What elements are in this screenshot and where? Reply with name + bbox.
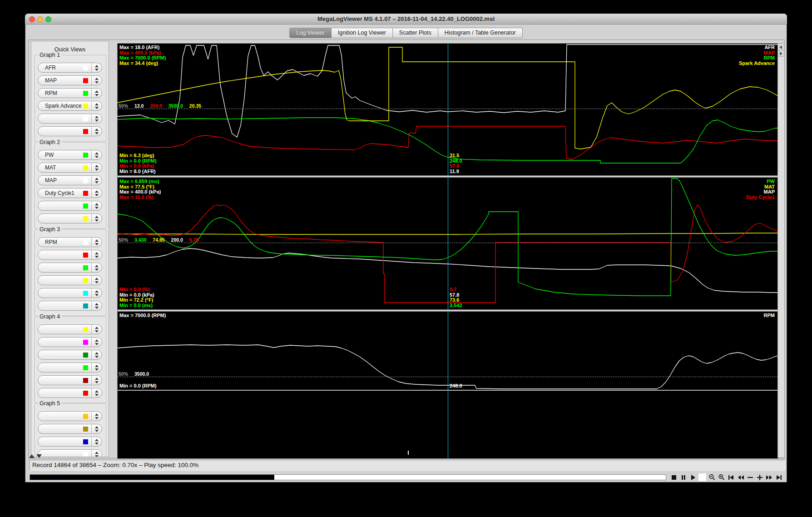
channel-combo-g2-3[interactable]: MAP [38, 175, 102, 185]
sidebar-scroll-up-icon[interactable] [29, 454, 35, 458]
chart-scrollbar[interactable] [777, 43, 785, 458]
combo-stepper[interactable] [91, 363, 102, 372]
combo-stepper[interactable] [91, 263, 102, 272]
channel-combo-g3-2[interactable] [38, 250, 102, 260]
stepper-up-icon [95, 152, 99, 154]
cursor-values: 31.5248.057.811.9 [450, 153, 462, 174]
tab-histogram-table-generator[interactable]: Histogram / Table Generator [438, 28, 523, 38]
channel-combo-g3-4[interactable] [38, 275, 102, 285]
combo-stepper[interactable] [91, 76, 102, 85]
channel-combo-g3-5[interactable] [38, 288, 102, 298]
channel-combo-g3-6[interactable] [38, 301, 102, 311]
combo-stepper[interactable] [91, 325, 102, 334]
channel-combo-g2-5[interactable] [38, 201, 102, 211]
combo-stepper[interactable] [91, 238, 102, 247]
playback-scrubber[interactable] [30, 474, 666, 480]
scroll-left-button[interactable] [778, 44, 784, 50]
combo-stepper[interactable] [91, 163, 102, 172]
stepper-down-icon [95, 181, 99, 184]
channel-combo-g4-2[interactable] [38, 337, 102, 347]
channel-combo-g3-1[interactable]: RPM [38, 237, 102, 247]
combo-stepper[interactable] [91, 338, 102, 347]
combo-stepper[interactable] [91, 301, 102, 310]
channel-combo-g1-3[interactable]: RPM [38, 88, 102, 98]
tab-ignition-log-viewer[interactable]: Ignition Log Viewer [332, 28, 393, 38]
tab-scatter-plots[interactable]: Scatter Plots [393, 28, 438, 38]
pause-button[interactable] [679, 473, 688, 482]
channel-combo-label: AFR [45, 63, 56, 72]
stepper-down-icon [95, 294, 99, 296]
combo-stepper[interactable] [91, 276, 102, 285]
combo-stepper[interactable] [91, 437, 102, 446]
channel-color-swatch [83, 327, 88, 332]
combo-stepper[interactable] [91, 189, 102, 198]
combo-stepper[interactable] [91, 376, 102, 385]
zoom-window-icon[interactable] [45, 16, 51, 22]
channel-combo-g5-1[interactable] [38, 411, 102, 421]
channel-color-swatch [83, 365, 88, 370]
channel-combo-g4-1[interactable] [38, 324, 102, 334]
channel-combo-g4-5[interactable] [38, 375, 102, 385]
min-labels-row: Min = 8.0 (AFR) [119, 169, 157, 174]
combo-stepper[interactable] [91, 214, 102, 223]
play-button[interactable] [688, 473, 697, 482]
stepper-up-icon [95, 290, 99, 293]
combo-stepper[interactable] [91, 450, 102, 457]
channel-combo-g1-5[interactable] [38, 114, 102, 124]
channel-color-swatch [83, 65, 88, 70]
combo-stepper[interactable] [91, 201, 102, 210]
channel-combo-g4-6[interactable] [38, 388, 102, 398]
channel-combo-g4-4[interactable] [38, 363, 102, 373]
channel-combo-g1-6[interactable] [38, 126, 102, 136]
speed-plus-button[interactable] [755, 473, 764, 482]
log-chart-area[interactable]: 50%13.0200.03500.020.35Max = 18.0 (AFR)M… [117, 43, 778, 459]
combo-stepper[interactable] [91, 424, 102, 433]
combo-stepper[interactable] [91, 176, 102, 185]
channel-combo-g5-4[interactable] [38, 449, 102, 457]
channel-combo-g2-2[interactable]: MAT [38, 163, 102, 173]
stepper-down-icon [95, 69, 99, 71]
speed-minus-button[interactable] [746, 473, 754, 482]
combo-stepper[interactable] [91, 89, 102, 98]
skip-end-button[interactable] [774, 473, 783, 482]
zoom-in-button[interactable] [717, 473, 726, 482]
combo-stepper[interactable] [91, 288, 102, 298]
channel-combo-g5-2[interactable] [38, 424, 102, 434]
combo-stepper[interactable] [91, 127, 102, 136]
channel-color-swatch [83, 391, 88, 396]
rewind-button[interactable] [736, 473, 745, 482]
channel-combo-g2-1[interactable]: PW [38, 150, 102, 160]
channel-combo-g1-1[interactable]: AFR [38, 63, 102, 73]
stepper-down-icon [95, 169, 99, 171]
close-window-icon[interactable] [29, 16, 35, 22]
channel-color-swatch [83, 116, 88, 121]
tab-log-viewer[interactable]: Log Viewer [289, 28, 331, 38]
blank-button[interactable] [698, 473, 707, 482]
combo-stepper[interactable] [91, 388, 102, 398]
channel-combo-g1-2[interactable]: MAP [38, 75, 102, 85]
combo-stepper[interactable] [91, 150, 102, 159]
zoom-out-button[interactable] [708, 473, 716, 482]
minimize-window-icon[interactable] [37, 16, 43, 22]
title-bar[interactable]: MegaLogViewer MS 4.1.07 – 2016-11-04_14.… [25, 14, 787, 25]
sidebar-scroll-down-icon[interactable] [36, 454, 42, 458]
fifty-label: 50% [119, 371, 128, 377]
cursor-values: 248.0 [450, 383, 462, 389]
scroll-right-button[interactable] [778, 50, 784, 57]
channel-combo-g5-3[interactable] [38, 437, 102, 447]
combo-stepper[interactable] [91, 350, 102, 359]
fast-forward-icon [766, 474, 773, 481]
channel-combo-g3-3[interactable] [38, 263, 102, 273]
combo-stepper[interactable] [91, 114, 102, 123]
channel-combo-g2-4[interactable]: Duty Cycle1 [38, 188, 102, 198]
combo-stepper[interactable] [91, 412, 102, 421]
combo-stepper[interactable] [91, 250, 102, 259]
channel-combo-g2-6[interactable] [38, 214, 102, 224]
stop-button[interactable] [669, 473, 678, 482]
channel-combo-g1-4[interactable]: Spark Advance [38, 101, 102, 111]
channel-combo-g4-3[interactable] [38, 350, 102, 360]
fast-forward-button[interactable] [765, 473, 773, 482]
combo-stepper[interactable] [91, 63, 102, 72]
combo-stepper[interactable] [91, 101, 102, 110]
skip-start-button[interactable] [727, 473, 735, 482]
